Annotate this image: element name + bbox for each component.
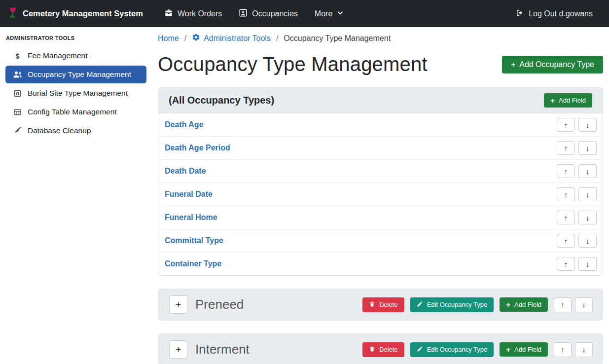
arrow-down-icon: ↓	[586, 214, 590, 222]
app-brand[interactable]: Cemetery Management System	[8, 6, 143, 22]
trash-icon	[369, 301, 375, 309]
logout-label: Log Out d.gowans	[529, 9, 593, 18]
move-up-button[interactable]: ↑	[557, 118, 575, 132]
add-occupancy-type-label: Add Occupancy Type	[519, 60, 594, 69]
move-down-button[interactable]: ↓	[575, 342, 593, 357]
arrow-down-icon: ↓	[586, 260, 590, 268]
arrow-up-icon: ↑	[564, 214, 568, 222]
sidebar-item-occupancy-type-management[interactable]: Occupancy Type Management	[5, 66, 146, 83]
edit-occupancy-type-label: Edit Occupancy Type	[427, 301, 488, 308]
sidebar-item-label: Database Cleanup	[28, 126, 91, 135]
move-down-button[interactable]: ↓	[578, 257, 597, 271]
move-down-button[interactable]: ↓	[578, 164, 597, 178]
field-row: Death Date ↑ ↓	[158, 160, 603, 183]
section-title: Interment	[195, 342, 250, 357]
section-actions: Delete Edit Occupancy Type + Add Field ↑…	[362, 297, 593, 312]
burial-site-icon	[12, 89, 23, 98]
sidebar-heading: ADMINISTRATOR TOOLS	[0, 31, 152, 47]
arrow-down-icon: ↓	[586, 237, 590, 245]
edit-occupancy-type-button[interactable]: Edit Occupancy Type	[410, 342, 494, 357]
arrow-down-icon: ↓	[586, 190, 590, 199]
reorder-controls: ↑ ↓	[557, 164, 597, 178]
users-icon	[12, 71, 23, 78]
field-link[interactable]: Container Type	[165, 259, 221, 268]
sidebar-item-database-cleanup[interactable]: Database Cleanup	[5, 122, 146, 140]
edit-occupancy-type-button[interactable]: Edit Occupancy Type	[410, 297, 494, 312]
move-down-button[interactable]: ↓	[578, 187, 597, 201]
add-field-label: Add Field	[514, 301, 541, 308]
add-field-label: Add Field	[514, 346, 541, 353]
top-navbar: Cemetery Management System Work Orders O…	[0, 0, 609, 27]
sidebar-item-label: Burial Site Type Management	[28, 89, 128, 98]
add-field-button[interactable]: + Add Field	[500, 342, 548, 357]
field-link[interactable]: Committal Type	[165, 236, 223, 245]
delete-label: Delete	[379, 301, 398, 308]
reorder-controls: ↑ ↓	[557, 257, 597, 271]
move-down-button[interactable]: ↓	[578, 211, 597, 224]
card-header: (All Occupancy Types) + Add Field	[158, 88, 603, 113]
delete-button[interactable]: Delete	[362, 342, 404, 357]
expand-section-button[interactable]: +	[169, 295, 187, 314]
move-up-button[interactable]: ↑	[557, 141, 575, 155]
plus-icon: +	[511, 61, 515, 68]
arrow-up-icon: ↑	[564, 121, 568, 129]
add-occupancy-type-button[interactable]: + Add Occupancy Type	[502, 56, 603, 73]
chevron-down-icon	[337, 9, 344, 18]
arrow-down-icon: ↓	[586, 144, 590, 152]
move-up-button[interactable]: ↑	[557, 257, 575, 271]
move-up-button[interactable]: ↑	[554, 342, 572, 357]
move-up-button[interactable]: ↑	[554, 297, 572, 312]
arrow-up-icon: ↑	[564, 144, 568, 152]
card-title: (All Occupancy Types)	[169, 95, 274, 106]
breadcrumb-current: Occupancy Type Management	[284, 34, 391, 43]
expand-section-button[interactable]: +	[169, 340, 187, 359]
arrow-down-icon: ↓	[582, 300, 586, 309]
main-content: Home / Administrator Tools / Occupancy T…	[152, 27, 609, 364]
add-field-label: Add Field	[559, 97, 586, 104]
sidebar-item-burial-site-type-management[interactable]: Burial Site Type Management	[5, 84, 146, 102]
sidebar-item-fee-management[interactable]: $ Fee Management	[5, 47, 146, 65]
nav-item-label: More	[315, 9, 332, 18]
arrow-up-icon: ↑	[561, 300, 565, 309]
delete-label: Delete	[379, 346, 398, 353]
nav-item-label: Work Orders	[178, 9, 222, 18]
nav-item-work-orders[interactable]: Work Orders	[156, 0, 230, 27]
move-down-button[interactable]: ↓	[578, 118, 597, 132]
field-row: Death Age Period ↑ ↓	[158, 137, 603, 160]
move-down-button[interactable]: ↓	[575, 297, 593, 312]
trash-icon	[369, 346, 375, 354]
field-link[interactable]: Death Age Period	[165, 144, 230, 152]
move-up-button[interactable]: ↑	[557, 187, 575, 201]
nav-item-occupancies[interactable]: Occupancies	[230, 0, 306, 27]
gear-icon	[192, 33, 200, 43]
field-row: Death Age ↑ ↓	[158, 113, 603, 137]
sidebar-item-label: Config Table Management	[28, 108, 117, 116]
add-field-button[interactable]: + Add Field	[544, 93, 592, 108]
move-up-button[interactable]: ↑	[557, 234, 575, 248]
reorder-controls: ↑ ↓	[554, 342, 593, 357]
logout-button[interactable]: Log Out d.gowans	[507, 0, 601, 27]
move-up-button[interactable]: ↑	[557, 164, 575, 178]
reorder-controls: ↑ ↓	[557, 118, 597, 132]
move-down-button[interactable]: ↓	[578, 141, 597, 155]
toolbox-icon	[164, 8, 173, 19]
arrow-up-icon: ↑	[564, 190, 568, 199]
sidebar-item-config-table-management[interactable]: Config Table Management	[5, 103, 146, 121]
section-actions: Delete Edit Occupancy Type + Add Field ↑…	[362, 342, 593, 357]
breadcrumb-home-link[interactable]: Home	[158, 34, 179, 43]
breadcrumb-admin-tools-link[interactable]: Administrator Tools	[192, 33, 271, 43]
add-field-button[interactable]: + Add Field	[500, 297, 548, 312]
arrow-up-icon: ↑	[564, 237, 568, 245]
move-down-button[interactable]: ↓	[578, 234, 597, 248]
move-up-button[interactable]: ↑	[557, 211, 575, 224]
delete-button[interactable]: Delete	[362, 297, 404, 312]
sidebar-item-label: Fee Management	[28, 51, 88, 60]
field-link[interactable]: Funeral Date	[165, 190, 213, 199]
occupancy-type-section-preneed: + Preneed Delete Edit Occupancy Type	[158, 289, 603, 321]
dollar-icon: $	[12, 52, 23, 60]
tulip-logo-icon	[8, 6, 18, 22]
field-link[interactable]: Death Date	[165, 167, 206, 176]
field-link[interactable]: Funeral Home	[165, 213, 217, 222]
nav-item-more[interactable]: More	[306, 0, 352, 27]
field-link[interactable]: Death Age	[165, 120, 204, 129]
